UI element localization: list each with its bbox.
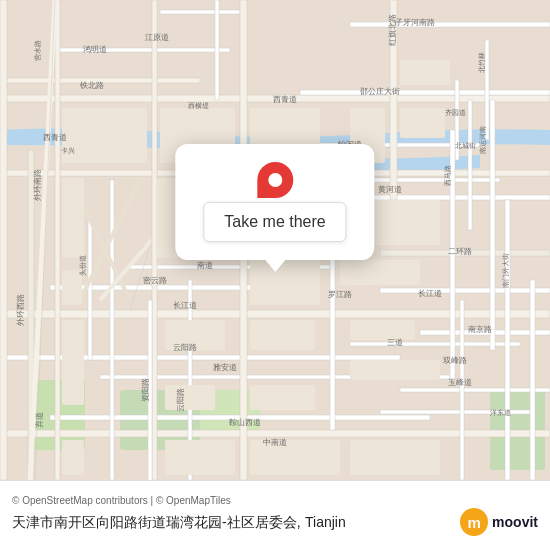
svg-rect-68	[165, 385, 215, 410]
svg-text:西横堤: 西横堤	[188, 102, 209, 110]
svg-rect-77	[62, 440, 84, 475]
svg-text:云阳路: 云阳路	[176, 388, 185, 412]
svg-rect-43	[110, 180, 114, 480]
svg-rect-38	[505, 200, 510, 480]
svg-text:三道: 三道	[387, 338, 403, 347]
svg-text:南门外大街: 南门外大街	[502, 253, 509, 288]
svg-text:玉峰道: 玉峰道	[448, 378, 472, 387]
svg-text:鸿明道: 鸿明道	[83, 45, 107, 54]
svg-rect-70	[250, 385, 315, 410]
moovit-label: moovit	[492, 514, 538, 530]
svg-rect-31	[152, 0, 157, 480]
svg-rect-37	[490, 100, 495, 350]
svg-text:外环南路: 外环南路	[33, 169, 42, 201]
svg-text:南京路: 南京路	[468, 325, 492, 334]
svg-text:北城街: 北城街	[455, 142, 476, 149]
svg-text:罗江路: 罗江路	[328, 290, 352, 299]
svg-rect-64	[400, 108, 445, 138]
location-pin-icon	[257, 162, 293, 198]
svg-text:西青道: 西青道	[273, 95, 297, 104]
svg-text:铁北路: 铁北路	[79, 81, 104, 90]
svg-text:密云路: 密云路	[143, 276, 167, 285]
svg-text:云阳路: 云阳路	[173, 343, 197, 352]
svg-text:西马路: 西马路	[444, 165, 451, 186]
svg-rect-47	[215, 0, 219, 100]
location-popup: Take me there	[175, 144, 374, 260]
svg-text:洋东道: 洋东道	[490, 409, 511, 416]
svg-text:南道: 南道	[197, 261, 213, 270]
svg-rect-71	[350, 320, 415, 340]
svg-text:营水路: 营水路	[34, 40, 41, 61]
svg-rect-26	[400, 388, 550, 392]
svg-text:二环路: 二环路	[448, 247, 472, 256]
svg-rect-69	[250, 320, 315, 350]
svg-text:北竹林: 北竹林	[478, 52, 485, 73]
svg-rect-54	[62, 108, 147, 163]
svg-rect-42	[485, 40, 489, 140]
moovit-icon: m	[460, 508, 488, 536]
bottom-bar: © OpenStreetMap contributors | © OpenMap…	[0, 480, 550, 550]
svg-rect-20	[380, 288, 550, 293]
svg-rect-30	[55, 0, 60, 480]
svg-text:长江道: 长江道	[173, 301, 197, 310]
map-container: 鸿明道 铁北路 西青道 西青道 长江道 长江道 云阳路 雅安道 鞍山西道 中南道…	[0, 0, 550, 480]
svg-rect-76	[62, 320, 84, 405]
svg-text:子牙河南路: 子牙河南路	[395, 18, 435, 27]
svg-text:邵公庄大街: 邵公庄大街	[360, 87, 400, 96]
svg-text:雅安道: 雅安道	[213, 363, 237, 372]
svg-rect-44	[88, 220, 92, 360]
svg-text:卡兴: 卡兴	[61, 147, 75, 155]
svg-rect-74	[165, 440, 235, 475]
svg-text:双峰路: 双峰路	[443, 356, 467, 365]
svg-rect-72	[350, 360, 440, 380]
svg-text:南运河南: 南运河南	[479, 126, 486, 154]
svg-rect-24	[300, 90, 550, 95]
city-name: Tianjin	[305, 514, 346, 530]
svg-text:黄河道: 黄河道	[378, 185, 402, 194]
svg-rect-28	[0, 0, 7, 480]
svg-rect-12	[0, 430, 550, 437]
location-name-row: 天津市南开区向阳路街道瑞湾花园-社区居委会, Tianjin m moovit	[12, 508, 538, 536]
svg-rect-73	[350, 440, 440, 475]
attribution-text: © OpenStreetMap contributors | © OpenMap…	[12, 495, 231, 506]
svg-rect-46	[530, 280, 535, 480]
svg-rect-22	[160, 10, 240, 14]
svg-text:西青道: 西青道	[43, 133, 67, 142]
svg-rect-66	[340, 260, 420, 285]
svg-rect-39	[460, 300, 464, 480]
svg-text:头份道: 头份道	[79, 255, 86, 276]
take-me-there-button[interactable]: Take me there	[203, 202, 346, 242]
svg-text:外环西路: 外环西路	[16, 294, 25, 326]
moovit-logo: m moovit	[460, 508, 538, 536]
svg-text:鞍山西道: 鞍山西道	[229, 418, 261, 427]
location-name: 天津市南开区向阳路街道瑞湾花园-社区居委会,	[12, 514, 301, 530]
svg-rect-9	[0, 310, 550, 318]
svg-text:红旗北路: 红旗北路	[388, 14, 397, 46]
svg-rect-40	[468, 100, 472, 230]
map-attribution: © OpenStreetMap contributors | © OpenMap…	[12, 495, 538, 506]
location-pin-wrapper	[250, 154, 301, 205]
svg-rect-63	[400, 60, 450, 85]
svg-rect-56	[62, 178, 84, 258]
svg-rect-21	[350, 22, 550, 27]
svg-rect-7	[50, 48, 230, 52]
svg-text:中南道: 中南道	[263, 438, 287, 447]
svg-text:长江道: 长江道	[418, 289, 442, 298]
svg-text:江原道: 江原道	[145, 33, 169, 42]
svg-text:弃道: 弃道	[35, 412, 44, 428]
svg-text:资阳路: 资阳路	[141, 378, 150, 402]
svg-text:齐园道: 齐园道	[445, 109, 466, 116]
